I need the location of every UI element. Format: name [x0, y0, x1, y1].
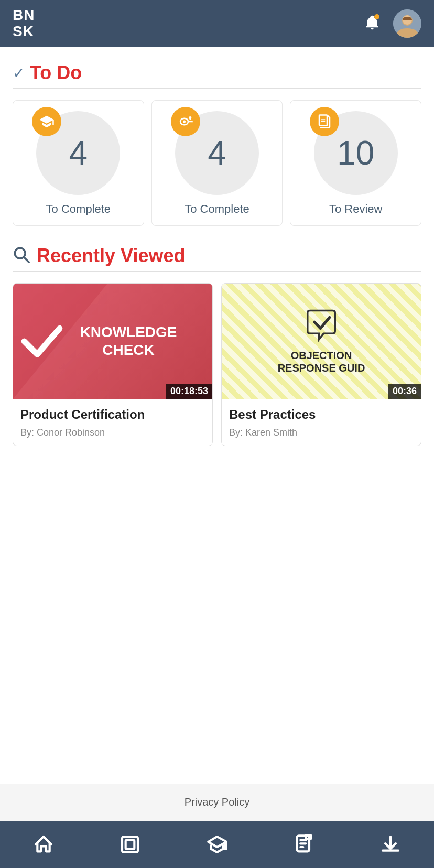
content-card-product-cert[interactable]: KNOWLEDGECHECK 00:18:53 Product Certific…: [13, 283, 213, 446]
card-thumbnail-1: KNOWLEDGECHECK 00:18:53: [13, 284, 212, 399]
todo-card-courses[interactable]: 4 To Complete: [13, 100, 144, 226]
duration-badge-2: 00:36: [388, 384, 421, 399]
search-icon: [13, 246, 30, 266]
privacy-policy-link[interactable]: Privacy Policy: [0, 784, 434, 821]
todo-circle-2: 4: [175, 111, 259, 195]
document-icon: [317, 114, 332, 129]
objection-response-thumbnail: OBJECTIONRESPONSE GUID: [222, 284, 421, 399]
notification-dot: [374, 14, 379, 19]
todo-count-3: 10: [337, 134, 374, 172]
content-cards-container: KNOWLEDGECHECK 00:18:53 Product Certific…: [13, 283, 421, 446]
todo-icon-badge-2: [171, 107, 200, 136]
todo-count-2: 4: [208, 134, 226, 172]
graduation-icon: [39, 114, 55, 129]
recently-viewed-header: Recently Viewed: [13, 245, 421, 267]
todo-icon-badge-3: [310, 107, 339, 136]
duration-badge-1: 00:18:53: [166, 384, 212, 399]
card-title-2: Best Practices: [229, 407, 414, 422]
objection-check-icon: [303, 308, 340, 347]
svg-rect-8: [319, 115, 327, 126]
nav-download[interactable]: [370, 830, 411, 859]
card-info-2: Best Practices By: Karen Smith: [222, 399, 421, 446]
bottom-navigation: [0, 821, 434, 868]
todo-title: To Do: [30, 62, 82, 84]
todo-icon-badge-1: [32, 107, 61, 136]
whistle-icon: [178, 114, 193, 129]
nav-home[interactable]: [23, 830, 64, 859]
app-logo: BN SK: [13, 7, 35, 40]
todo-circle-1: 4: [36, 111, 120, 195]
todo-count-1: 4: [69, 134, 88, 172]
bell-icon: [364, 24, 381, 32]
notification-bell[interactable]: [364, 14, 381, 33]
main-content: ✓ To Do 4 To Complete: [0, 47, 434, 784]
nav-content[interactable]: [109, 830, 151, 859]
recently-viewed-title: Recently Viewed: [37, 245, 185, 267]
app-header: BN SK: [0, 0, 434, 47]
objection-text: OBJECTIONRESPONSE GUID: [278, 349, 365, 374]
user-avatar[interactable]: [393, 9, 421, 38]
svg-line-12: [24, 257, 29, 262]
todo-section-header: ✓ To Do: [13, 62, 421, 84]
svg-point-6: [189, 116, 191, 119]
todo-card-training[interactable]: 4 To Complete: [151, 100, 283, 226]
nav-tasks[interactable]: [283, 830, 325, 859]
todo-check-icon: ✓: [13, 64, 25, 82]
card-author-1: By: Conor Robinson: [20, 427, 205, 438]
todo-label-1: To Complete: [46, 202, 111, 216]
card-title-1: Product Certification: [20, 407, 205, 422]
todo-label-3: To Review: [329, 202, 382, 216]
objection-inner: OBJECTIONRESPONSE GUID: [278, 308, 365, 374]
svg-point-7: [183, 121, 186, 123]
todo-label-2: To Complete: [185, 202, 249, 216]
nav-learn[interactable]: [196, 830, 238, 859]
knowledge-check-thumbnail: KNOWLEDGECHECK: [13, 284, 212, 399]
header-actions: [364, 9, 421, 38]
card-thumbnail-2: OBJECTIONRESPONSE GUID 00:36: [222, 284, 421, 399]
card-info-1: Product Certification By: Conor Robinson: [13, 399, 212, 446]
learn-icon: [207, 834, 227, 855]
content-card-best-practices[interactable]: OBJECTIONRESPONSE GUID 00:36 Best Practi…: [221, 283, 421, 446]
svg-rect-14: [126, 840, 135, 849]
todo-divider: [13, 88, 421, 89]
svg-rect-13: [122, 837, 138, 852]
knowledge-check-label: KNOWLEDGECHECK: [48, 323, 177, 359]
tasks-icon: [294, 834, 314, 855]
home-icon: [33, 834, 54, 855]
card-author-2: By: Karen Smith: [229, 427, 414, 438]
content-icon: [120, 834, 140, 855]
recently-viewed-divider: [13, 271, 421, 272]
todo-card-review[interactable]: 10 To Review: [290, 100, 421, 226]
download-icon: [380, 834, 401, 855]
todo-circle-3: 10: [314, 111, 398, 195]
todo-cards-container: 4 To Complete 4 To Complete: [13, 100, 421, 226]
